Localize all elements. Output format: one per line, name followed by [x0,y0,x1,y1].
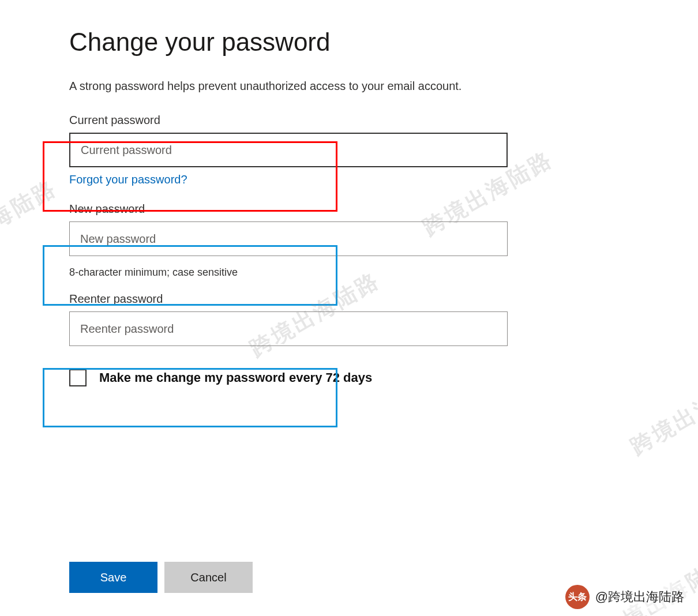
source-author: @跨境出海陆路 [595,588,684,606]
checkbox-icon[interactable] [69,369,87,386]
page-title: Change your password [69,28,629,57]
action-buttons: Save Cancel [69,562,253,593]
watermark-text: 跨境出海陆路 [625,363,698,461]
change-every-72-days-row[interactable]: Make me change my password every 72 days [69,369,629,386]
source-avatar-icon: 头条 [565,585,590,609]
watermark-text: 跨境出海陆路 [0,173,62,271]
reenter-password-label: Reenter password [69,292,629,306]
save-button[interactable]: Save [69,562,157,593]
current-password-label: Current password [69,114,629,127]
change-every-72-days-label: Make me change my password every 72 days [99,370,372,385]
source-caption: 头条 @跨境出海陆路 [560,583,690,611]
new-password-input[interactable] [69,221,508,256]
forgot-password-link[interactable]: Forgot your password? [69,173,187,186]
current-password-group: Current password Forgot your password? [69,114,629,186]
new-password-hint: 8-character minimum; case sensitive [69,266,629,279]
reenter-password-group: Reenter password [69,292,629,346]
new-password-label: New password [69,202,629,216]
cancel-button[interactable]: Cancel [164,562,253,593]
new-password-group: New password 8-character minimum; case s… [69,202,629,279]
page-description: A strong password helps prevent unauthor… [69,80,629,93]
current-password-input[interactable] [69,133,508,167]
reenter-password-input[interactable] [69,311,508,346]
